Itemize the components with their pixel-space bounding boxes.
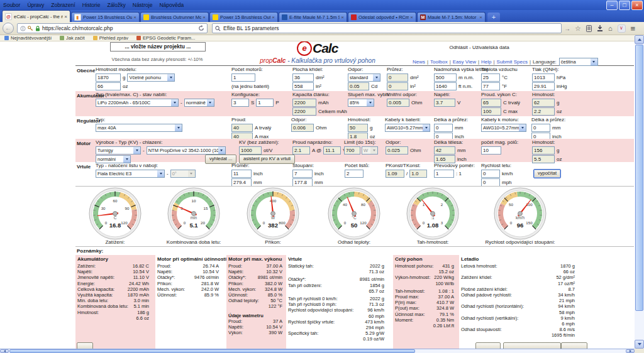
search-input[interactable]: Eflite BL 15 parameters [223, 25, 279, 31]
input-plocha-kridel[interactable]: 36 [292, 73, 314, 82]
menu-zobrazeni[interactable]: Zobrazení [51, 2, 75, 8]
tab-5[interactable]: E-flite Maule M-7 1.5m SAFE ...× [279, 12, 347, 22]
tab-close-icon[interactable]: × [341, 14, 344, 20]
download-icon[interactable] [597, 25, 603, 32]
scroll-left-button[interactable] [0, 349, 9, 353]
menu-upravy[interactable]: Úpravy [27, 2, 44, 8]
input-odpor[interactable]: 0.05 [348, 82, 369, 90]
input-nadmorska-vyska-letiste[interactable]: 500 [434, 73, 457, 82]
input-odpor[interactable]: 0.025 [386, 146, 408, 155]
input-tlak-qnh[interactable]: 29.91 [532, 82, 555, 90]
language-select[interactable]: čeština [559, 58, 598, 66]
input-odpor[interactable]: 0.006 [291, 124, 314, 132]
vypocitat-button[interactable]: vypočítat [533, 169, 561, 178]
input-prevodovy-pomer[interactable]: 1 [434, 170, 454, 178]
input-hmotnost[interactable]: 50 [348, 124, 368, 132]
input-konfigurace[interactable]: 3 [231, 99, 249, 107]
select-typ-trvale-max-c-stav-nabiti[interactable]: LiPo 2200mAh - 65/100C [96, 99, 179, 107]
back-button[interactable]: ← [3, 23, 14, 34]
scroll-down-button[interactable] [635, 340, 644, 349]
select-kabely-k-motoru[interactable]: AWG10=5.27mm² [481, 124, 526, 132]
input-proud-naprazdno-1[interactable]: 11.1 [323, 146, 341, 155]
bookmark-nejnavstevovanejsi[interactable]: Nejnavštěvovanější [4, 35, 52, 41]
new-tab-button[interactable]: + [487, 13, 500, 22]
close-button[interactable]: × [631, 1, 643, 10]
bookmark-jak-zacit[interactable]: Jak začít [60, 35, 85, 41]
horizontal-scrollbar-thumb[interactable] [9, 349, 415, 353]
input-nadmorska-vyska-letiste[interactable]: 1640 [434, 82, 457, 90]
input-pocet-motoru[interactable]: 1 [231, 73, 255, 82]
select-typ-trvale-max-c-stav-nabiti[interactable]: normálně [184, 99, 214, 107]
link-submit-specs[interactable]: Submit Specs [497, 59, 528, 65]
scroll-right-button[interactable] [626, 349, 635, 353]
input-proud[interactable]: 40 [231, 124, 253, 132]
menu-historie[interactable]: Historie [82, 2, 101, 8]
input-delka-a-prurez[interactable]: 0 [531, 124, 550, 132]
tab-close-icon[interactable]: × [479, 14, 482, 20]
menu-nastroje[interactable]: Nástroje [133, 2, 153, 8]
select-typ-natoceni-listu-v-naboji[interactable]: Fiala Electric E3 [96, 170, 165, 178]
page-info-icon[interactable] [20, 26, 26, 31]
link-easy-view[interactable]: Easy View [453, 59, 476, 65]
search-bar[interactable]: Eflite BL 15 parameters [212, 23, 562, 33]
input-napeti[interactable]: 3.7 [434, 99, 455, 107]
select-vyrobce-typ-kv-chlazeni[interactable]: Turnigy [96, 146, 141, 155]
input-proud-vykon-c[interactable]: 65 [481, 99, 501, 107]
input-tlak-qnh[interactable]: 1013 [532, 73, 555, 82]
hamburger-menu-icon[interactable]: ≡ [631, 24, 636, 33]
input-delka-a-prurez[interactable]: 0 [434, 124, 453, 132]
reload-icon[interactable] [198, 25, 204, 31]
cutoff-button[interactable] [561, 342, 587, 349]
tab-close-icon[interactable]: × [203, 14, 206, 20]
input-vnitrni-odpor[interactable]: 0.005 [387, 99, 409, 107]
tab-close-icon[interactable]: × [272, 14, 275, 20]
input-hmotnost[interactable]: 2.2 [532, 107, 555, 116]
input-teplota-vzduchu[interactable]: 77 [481, 82, 500, 90]
select-kabely-k-baterii[interactable]: AWG10=5.27mm² [385, 124, 430, 132]
menu-soubor[interactable]: Soubor [3, 2, 20, 8]
tab-6[interactable]: Odeslat odpověď • RCmania...× [348, 12, 416, 22]
menu-napoveda[interactable]: Nápověda [159, 2, 184, 8]
cutoff-button[interactable] [77, 342, 93, 349]
scroll-up-button[interactable] [635, 35, 644, 44]
tab-close-icon[interactable]: × [133, 14, 136, 20]
bookmark-prehled-zprav[interactable]: Přehled zpráv [93, 35, 128, 41]
logout-link[interactable]: Odhlásit - Uživatelská data [423, 45, 536, 50]
input-teplota-vzduchu[interactable]: 25 [481, 73, 500, 82]
select-odpor[interactable]: standard [348, 73, 380, 82]
input-prumer[interactable]: 11 [231, 170, 252, 178]
input-pocet-mag-polu[interactable]: 10 [481, 146, 501, 155]
select-hmotnost-modelu[interactable]: Včetně pohonu [127, 73, 175, 82]
select-limit-do-15s[interactable]: W [362, 146, 378, 155]
key-permissions-icon[interactable] [28, 26, 33, 31]
project-name-input[interactable]: ... vložte název projektu ... [110, 42, 206, 52]
tab-1[interactable]: @eCalc - propCalc - the most re...× [2, 10, 70, 22]
input-proud-vykon-c[interactable]: 100 [481, 107, 501, 116]
home-icon[interactable]: ⌂ [608, 24, 613, 32]
tab-close-icon[interactable]: × [410, 14, 413, 20]
select-stupen-max-vybiti[interactable]: 85% [348, 99, 374, 107]
input-delka-telesa[interactable]: 42 [434, 146, 455, 155]
input-hmotnost[interactable]: 156 [532, 146, 555, 155]
vertical-scrollbar-thumb[interactable] [635, 45, 643, 311]
input-kapacita-clanku[interactable]: 2200 [292, 107, 316, 116]
tab-3[interactable]: Brushless Outrunner Motor, 8...× [140, 12, 209, 22]
select-typ-natoceni-listu-v-naboji[interactable]: 0° [170, 170, 196, 178]
horizontal-scrollbar[interactable] [0, 349, 635, 353]
restore-button[interactable]: □ [619, 1, 630, 10]
input-rychlost-letu[interactable]: 0 [481, 170, 500, 178]
link-help[interactable]: Help [481, 59, 491, 65]
input-prurez[interactable]: 0 [387, 82, 408, 90]
url-input[interactable]: https://ecalc.ch/motorcalc.php [42, 25, 198, 31]
vertical-scrollbar[interactable] [635, 35, 644, 349]
input-pocet-listu[interactable]: 2 [345, 170, 364, 178]
input-stoupani[interactable]: 7 [292, 170, 313, 178]
tab-2[interactable]: ▮Power 15 Brushless Outrunne...× [71, 12, 140, 22]
input-konfigurace-1[interactable]: 1 [256, 99, 274, 107]
input-kv-bez-zatizeni[interactable]: 1000 [239, 146, 262, 155]
cutoff-button[interactable] [475, 342, 501, 349]
star-icon[interactable]: ☆ [575, 24, 581, 33]
tab-4[interactable]: Power 15 Brushless Outrunne...× [209, 12, 278, 22]
input-limit-do-15s[interactable]: 700 [344, 146, 360, 155]
url-bar[interactable]: https://ecalc.ch/motorcalc.php [17, 23, 208, 33]
